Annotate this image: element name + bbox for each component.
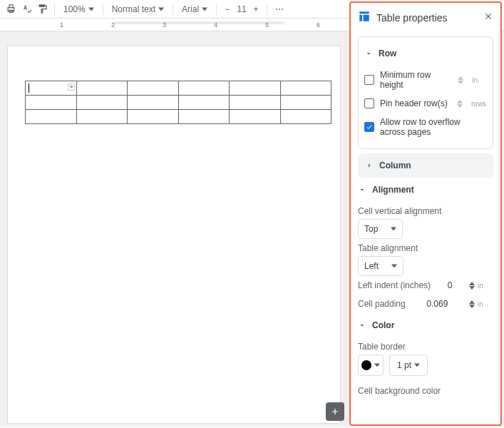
cell-padding-row: Cell padding 0.069 in xyxy=(358,295,493,313)
table-cell[interactable] xyxy=(26,81,77,96)
table-cell[interactable] xyxy=(178,81,230,96)
pin-header-row[interactable]: Pin header row(s) rows xyxy=(364,94,487,113)
table-row xyxy=(26,110,331,124)
font-size-increase[interactable]: + xyxy=(251,4,261,14)
panel-title: Table properties xyxy=(376,12,448,24)
left-indent-value[interactable]: 0 xyxy=(437,280,463,290)
border-color-swatch xyxy=(361,360,371,370)
table-row xyxy=(26,96,331,110)
row-heading: Row xyxy=(379,49,396,58)
text-cursor xyxy=(29,83,29,93)
pin-header-unit: rows xyxy=(471,100,487,108)
overflow-label: Allow row to overflow across pages xyxy=(380,117,487,137)
overflow-row[interactable]: Allow row to overflow across pages xyxy=(364,113,487,141)
close-icon[interactable] xyxy=(483,11,493,24)
min-height-checkbox[interactable] xyxy=(364,75,374,85)
print-icon[interactable] xyxy=(4,3,17,16)
table-cell[interactable] xyxy=(128,81,179,96)
cell-vertical-select[interactable]: Top xyxy=(358,219,403,239)
chevron-down-icon xyxy=(358,321,366,330)
table-properties-panel: Table properties Row Minimum row height … xyxy=(349,1,502,426)
zoom-value: 100% xyxy=(63,4,86,14)
min-height-stepper[interactable] xyxy=(458,76,463,84)
cell-bg-label: Cell background color xyxy=(358,382,493,399)
row-section-header[interactable]: Row xyxy=(364,41,487,66)
table-align-label: Table alignment xyxy=(358,239,493,256)
border-width-value: 1 pt xyxy=(397,360,411,370)
table-icon xyxy=(358,10,371,25)
table-align-value: Left xyxy=(364,261,379,271)
color-heading: Color xyxy=(372,320,394,330)
table-row xyxy=(26,81,331,96)
min-height-unit: in xyxy=(472,76,487,84)
style-value: Normal text xyxy=(112,4,155,14)
left-indent-row: Left indent (inches) 0 in xyxy=(358,276,493,295)
alignment-heading: Alignment xyxy=(372,185,414,195)
column-section-header[interactable]: Column xyxy=(358,153,493,178)
chevron-right-icon xyxy=(365,161,374,170)
svg-rect-1 xyxy=(9,5,13,8)
font-select[interactable]: Arial xyxy=(179,3,210,16)
document-table[interactable] xyxy=(25,81,331,124)
left-indent-stepper[interactable] xyxy=(469,282,475,290)
table-align-select[interactable]: Left xyxy=(358,256,403,276)
more-icon[interactable]: ⋯ xyxy=(273,3,286,16)
border-width-select[interactable]: 1 pt xyxy=(389,355,428,376)
column-heading: Column xyxy=(379,160,411,170)
min-height-label: Minimum row height xyxy=(380,70,452,90)
zoom-select[interactable]: 100% xyxy=(61,3,97,16)
overflow-checkbox[interactable] xyxy=(364,122,374,132)
border-color-select[interactable] xyxy=(358,355,384,376)
spellcheck-icon[interactable] xyxy=(20,3,33,16)
table-cell[interactable] xyxy=(280,81,331,96)
color-section-header[interactable]: Color xyxy=(358,313,493,337)
explore-button[interactable] xyxy=(326,402,344,421)
cell-vertical-value: Top xyxy=(364,224,378,234)
chevron-down-icon xyxy=(364,49,373,58)
table-cell[interactable] xyxy=(230,81,281,96)
cell-padding-value[interactable]: 0.069 xyxy=(424,299,450,309)
left-indent-label: Left indent (inches) xyxy=(358,280,431,290)
font-size-decrease[interactable]: − xyxy=(222,4,232,14)
pin-header-label: Pin header row(s) xyxy=(380,98,448,108)
chevron-down-icon xyxy=(358,185,366,194)
row-section-card: Row Minimum row height in Pin header row… xyxy=(358,36,493,149)
table-cell[interactable] xyxy=(76,81,128,96)
paragraph-style-select[interactable]: Normal text xyxy=(109,3,167,16)
pin-header-stepper[interactable] xyxy=(457,100,463,108)
cell-padding-label: Cell padding xyxy=(358,299,406,309)
paint-format-icon[interactable] xyxy=(36,3,48,16)
cell-vertical-label: Cell vertical alignment xyxy=(358,202,493,219)
page[interactable] xyxy=(7,46,341,424)
font-value: Arial xyxy=(182,4,199,14)
font-size-value[interactable]: 11 xyxy=(235,4,248,14)
cell-padding-stepper[interactable] xyxy=(469,300,475,308)
alignment-section-header[interactable]: Alignment xyxy=(358,178,493,202)
left-indent-unit: in xyxy=(478,282,493,290)
cell-padding-unit: in xyxy=(478,300,493,308)
cell-dropdown-icon[interactable] xyxy=(68,83,75,91)
pin-header-checkbox[interactable] xyxy=(364,98,374,108)
min-row-height-row[interactable]: Minimum row height in xyxy=(364,66,487,94)
table-border-label: Table border xyxy=(358,337,493,355)
